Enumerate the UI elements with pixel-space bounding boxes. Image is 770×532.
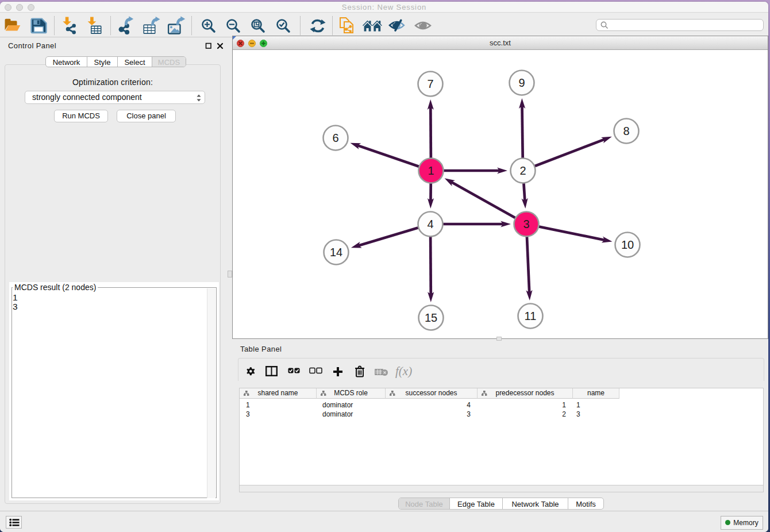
- svg-text:9: 9: [518, 76, 525, 89]
- svg-text:4: 4: [427, 218, 433, 230]
- svg-text:10: 10: [621, 238, 634, 251]
- svg-text:11: 11: [525, 310, 537, 322]
- svg-text:14: 14: [330, 246, 342, 259]
- svg-text:2: 2: [519, 164, 526, 177]
- svg-text:1: 1: [428, 164, 434, 177]
- svg-text:3: 3: [523, 218, 529, 230]
- svg-text:15: 15: [425, 311, 437, 324]
- svg-text:6: 6: [332, 132, 338, 144]
- svg-text:8: 8: [623, 125, 629, 137]
- svg-text:7: 7: [427, 78, 433, 90]
